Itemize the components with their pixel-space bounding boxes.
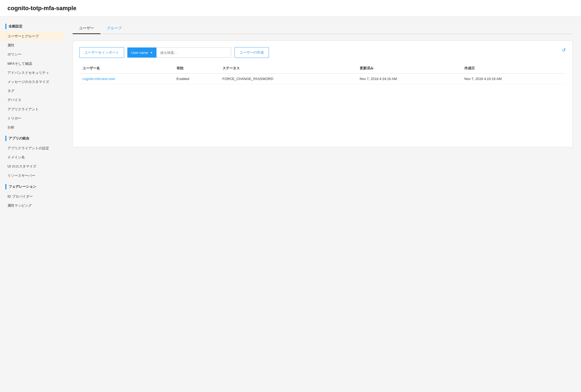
search-input[interactable] [156,47,231,58]
content-panel: ユーザーをインポート User name ▼ ユーザーの作成 ↺ [73,41,572,147]
app-title: cognito-totp-mfa-sample [7,5,76,11]
tab-groups[interactable]: グループ [100,23,128,34]
sidebar-item-identity-providers[interactable]: ID プロバイダー [0,192,64,201]
chevron-down-icon: ▼ [150,51,153,54]
sidebar-item-app-clients[interactable]: アプリクライアント [0,105,64,114]
sidebar-item-resource-servers[interactable]: リソースサーバー [0,171,64,180]
col-header-status: ステータス [219,63,356,74]
sidebar-item-ui-customization[interactable]: UI のカスタマイズ [0,162,64,171]
col-header-updated: 更新済み [356,63,461,74]
refresh-button[interactable]: ↺ [562,47,566,53]
sidebar-item-tags[interactable]: タグ [0,86,64,95]
sidebar-section-general-label: 全般設定 [0,21,64,32]
tabs-bar: ユーザー グループ [73,23,572,34]
main-content: ユーザー グループ ユーザーをインポート User name ▼ [64,17,581,392]
table-header: ユーザー名 有効 ステータス 更新済み 作成日 [79,63,566,74]
sidebar-item-domain-name[interactable]: ドメイン名 [0,153,64,162]
col-header-username: ユーザー名 [79,63,173,74]
sidebar-section-federation: フェデレーション ID プロバイダー 属性マッピング [0,181,64,210]
user-table: ユーザー名 有効 ステータス 更新済み 作成日 cognito-mfa-test… [79,63,566,84]
sidebar-item-advanced-security[interactable]: アドバンスドセキュリティ [0,68,64,77]
panel-top: ユーザーをインポート User name ▼ ユーザーの作成 ↺ [79,47,566,58]
search-dropdown[interactable]: User name ▼ [127,47,156,58]
cell-username: cognito-mfa-test-user [79,74,173,84]
search-row: User name ▼ [127,47,231,58]
sidebar-item-policies[interactable]: ポリシー [0,50,64,59]
sidebar-accent-bar-3 [5,184,6,189]
table-header-row: ユーザー名 有効 ステータス 更新済み 作成日 [79,63,566,74]
panel-top-left: ユーザーをインポート User name ▼ ユーザーの作成 [79,47,269,58]
cell-status: FORCE_CHANGE_PASSWORD [219,74,356,84]
user-link[interactable]: cognito-mfa-test-user [83,77,115,81]
import-users-button[interactable]: ユーザーをインポート [79,47,124,58]
sidebar-section-app-integration: アプリの統合 アプリクライアントの設定 ドメイン名 UI のカスタマイズ リソー… [0,133,64,180]
sidebar-item-app-client-settings[interactable]: アプリクライアントの設定 [0,144,64,153]
sidebar-item-triggers[interactable]: トリガー [0,114,64,123]
table-row: cognito-mfa-test-user Enabled FORCE_CHAN… [79,74,566,84]
sidebar-item-devices[interactable]: デバイス [0,95,64,105]
sidebar-accent-bar-2 [5,136,6,141]
sidebar-item-attributes[interactable]: 属性 [0,41,64,50]
sidebar-item-analytics[interactable]: 分析 [0,123,64,132]
sidebar-section-app-integration-label: アプリの統合 [0,133,64,144]
app-header: cognito-totp-mfa-sample [0,0,581,17]
sidebar-item-attribute-mapping[interactable]: 属性マッピング [0,201,64,210]
sidebar-item-users-groups[interactable]: ユーザーとグループ [0,32,64,41]
col-header-created: 作成日 [461,63,566,74]
cell-updated: Nov 7, 2018 4:24:16 AM [356,74,461,84]
sidebar-accent-bar [5,24,6,29]
sidebar: 全般設定 ユーザーとグループ 属性 ポリシー MFAそして確認 アドバンスドセキ… [0,17,64,392]
sidebar-item-mfa[interactable]: MFAそして確認 [0,59,64,68]
app-body: 全般設定 ユーザーとグループ 属性 ポリシー MFAそして確認 アドバンスドセキ… [0,17,581,392]
refresh-icon: ↺ [562,47,566,53]
create-user-button[interactable]: ユーザーの作成 [234,47,269,58]
col-header-enabled: 有効 [173,63,219,74]
table-body: cognito-mfa-test-user Enabled FORCE_CHAN… [79,74,566,84]
sidebar-section-general: 全般設定 ユーザーとグループ 属性 ポリシー MFAそして確認 アドバンスドセキ… [0,21,64,132]
sidebar-section-federation-label: フェデレーション [0,181,64,192]
sidebar-item-message-customization[interactable]: メッセージのカスタマイズ [0,77,64,86]
cell-enabled: Enabled [173,74,219,84]
tab-users[interactable]: ユーザー [73,23,100,34]
cell-created: Nov 7, 2018 4:24:16 AM [461,74,566,84]
